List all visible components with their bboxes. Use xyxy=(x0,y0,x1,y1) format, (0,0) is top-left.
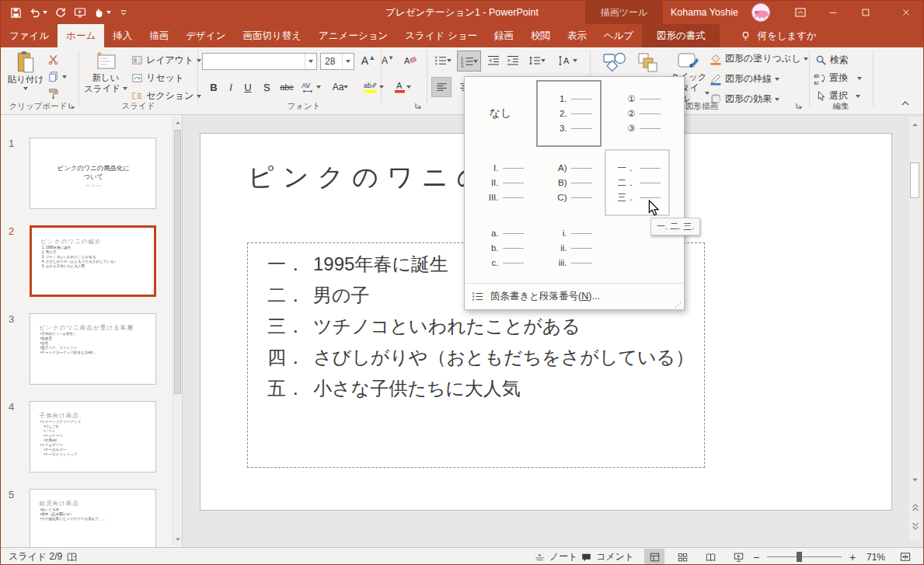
customize-qat-button[interactable] xyxy=(118,7,129,18)
increase-font-size-button[interactable]: A▲ xyxy=(359,51,378,70)
layout-button[interactable]: レイアウト xyxy=(131,54,201,67)
decrease-indent-button[interactable] xyxy=(485,51,502,70)
zoom-level[interactable]: 71% xyxy=(866,548,885,565)
thumbnail-scrollbar[interactable] xyxy=(173,117,182,545)
touch-mode-button[interactable] xyxy=(93,7,111,19)
spell-check-button[interactable] xyxy=(66,548,78,565)
character-spacing-button[interactable]: AV xyxy=(301,78,321,96)
format-painter-button[interactable] xyxy=(47,88,59,99)
bullets-and-numbering-menu-item[interactable]: 箇条書きと段落番号(N)... ⋰ xyxy=(465,283,684,309)
tab-ヘルプ[interactable]: ヘルプ xyxy=(595,24,642,47)
tab-アニメーション[interactable]: アニメーション xyxy=(310,24,396,47)
cut-button[interactable] xyxy=(47,54,59,65)
ribbon-display-options-button[interactable] xyxy=(784,1,817,24)
numbering-option-A)[interactable]: A)B)C) xyxy=(536,149,601,216)
menu-resize-grip[interactable]: ⋰ xyxy=(675,301,682,309)
thumbnail-scrollbar-thumb[interactable] xyxy=(174,130,181,394)
numbering-option-none[interactable]: なし xyxy=(468,80,533,147)
start-slideshow-button[interactable] xyxy=(74,6,86,19)
close-button[interactable] xyxy=(887,1,924,24)
line-sp acing-button[interactable] xyxy=(525,51,549,70)
redo-button[interactable] xyxy=(54,6,67,19)
tab-挿入[interactable]: 挿入 xyxy=(104,24,141,47)
slideshow-view-button[interactable] xyxy=(728,549,748,565)
change-case-button[interactable]: Aa xyxy=(329,78,352,96)
underline-button[interactable]: U xyxy=(240,78,256,96)
tab-ホーム[interactable]: ホーム xyxy=(58,24,104,47)
normal-view-button[interactable] xyxy=(644,549,664,565)
font-color-button[interactable]: A xyxy=(391,78,414,96)
bullets-button[interactable] xyxy=(431,51,455,70)
tab-デザイン[interactable]: デザイン xyxy=(177,24,234,47)
zoom-slider-thumb[interactable] xyxy=(797,552,802,562)
avatar[interactable] xyxy=(751,3,770,22)
new-slide-button[interactable]: 新しい スライド xyxy=(83,51,128,94)
shape-effects-button[interactable]: 図形の効果 xyxy=(710,92,779,106)
slide-thumbnail-3[interactable]: ピンクのワニ商品が受ける客層•子供向け（～小学生）•乳幼児•女性•親子ペア、ファ… xyxy=(30,313,156,385)
numbering-option-a.[interactable]: a.b.c. xyxy=(468,218,533,277)
clipboard-dialog-launcher[interactable] xyxy=(68,102,77,111)
numbering-option-①[interactable]: ①②③ xyxy=(605,80,670,147)
slide-list-item[interactable]: 三．ツチノコといわれたことがある xyxy=(267,311,704,342)
replace-button[interactable]: abac置換 xyxy=(814,71,862,85)
slide-thumbnail-2[interactable]: ピンクのワニの紹介1. 1995年春に誕生2. 男の子3. ツチノコといわれたこ… xyxy=(30,225,156,297)
copy-button[interactable] xyxy=(47,71,67,82)
scroll-up-button[interactable] xyxy=(908,118,922,131)
comments-button[interactable]: コメント xyxy=(581,548,634,565)
scroll-down-button[interactable] xyxy=(908,473,922,486)
slide-counter[interactable]: スライド 2/9 xyxy=(9,548,62,565)
chevron-down-icon[interactable] xyxy=(342,54,354,69)
font-size-combobox[interactable]: 28 xyxy=(320,53,354,70)
reset-button[interactable]: リセット xyxy=(131,71,184,85)
text-shadow-button[interactable]: S xyxy=(259,78,274,96)
tab-描画[interactable]: 描画 xyxy=(141,24,177,47)
text-direction-button[interactable]: A xyxy=(553,51,582,70)
tab-図形の書式[interactable]: 図形の書式 xyxy=(642,24,720,47)
previous-slide-button[interactable] xyxy=(908,501,922,514)
undo-button[interactable] xyxy=(29,6,47,19)
slide-thumbnail-1[interactable]: ピンクのワニの商品化についてわにちゃん xyxy=(30,138,156,209)
editor-scrollbar[interactable] xyxy=(908,117,921,541)
editor-scrollbar-thumb[interactable] xyxy=(910,162,919,198)
collapse-ribbon-button[interactable] xyxy=(899,99,912,108)
slide-list-item[interactable]: 五．小さな子供たちに大人気 xyxy=(267,373,704,404)
numbering-option-i.[interactable]: i.ii.iii. xyxy=(536,218,601,277)
zoom-slider-track[interactable] xyxy=(767,556,842,557)
numbering-option-I.[interactable]: I.II.III. xyxy=(468,149,533,216)
font-dialog-launcher[interactable] xyxy=(414,102,424,111)
shapes-button[interactable] xyxy=(599,50,632,76)
arrange-button[interactable] xyxy=(633,50,663,76)
slide-sorter-view-button[interactable] xyxy=(672,549,692,565)
tab-画面切り替え[interactable]: 画面切り替え xyxy=(234,24,310,47)
chevron-down-icon[interactable] xyxy=(305,54,316,69)
decrease-font-size-button[interactable]: A▼ xyxy=(379,51,396,70)
find-button[interactable]: 検索 xyxy=(815,54,849,67)
notes-button[interactable]: ノート xyxy=(534,548,578,565)
zoom-in-button[interactable]: + xyxy=(849,548,856,565)
slide-list-item[interactable]: 四．さびしがりや（おともだちをさがしている） xyxy=(267,342,704,373)
save-button[interactable] xyxy=(10,7,22,19)
shape-outline-button[interactable]: 図形の枠線 xyxy=(710,72,779,85)
slide-thumbnail-4[interactable]: 子供向け商品•ステーショナリーグッズ •けしごむ •ノート •ペンケース •文具… xyxy=(30,401,156,473)
tab-スライド ショー[interactable]: スライド ショー xyxy=(396,24,486,47)
increase-indent-button[interactable] xyxy=(504,51,521,70)
tab-録画[interactable]: 録画 xyxy=(486,24,522,47)
drawing-dialog-launcher[interactable] xyxy=(795,102,804,111)
paste-button[interactable]: 貼り付け xyxy=(5,51,46,92)
reading-view-button[interactable] xyxy=(700,549,720,565)
italic-button[interactable]: I xyxy=(224,78,238,96)
tab-表示[interactable]: 表示 xyxy=(559,24,595,47)
tab-ファイル[interactable]: ファイル xyxy=(1,24,58,47)
clear-formatting-button[interactable]: A xyxy=(400,51,420,70)
tell-me-box[interactable]: 何をしますか xyxy=(740,24,816,47)
zoom-out-button[interactable]: − xyxy=(753,548,759,565)
minimize-button[interactable] xyxy=(817,1,849,24)
slide-thumbnail-5[interactable]: 幼児向け商品•ぬいぐるみ•絵本（読み聞かせ）•その他玩具にピンクのワニを添えて。… xyxy=(30,489,156,547)
text-highlight-button[interactable]: ab xyxy=(361,78,386,96)
account-user-name[interactable]: Kohama Yoshie xyxy=(671,1,738,24)
maximize-button[interactable] xyxy=(849,1,882,24)
strikethrough-button[interactable]: abc xyxy=(276,78,298,96)
shape-fill-button[interactable]: 図形の塗りつぶし xyxy=(710,52,808,65)
numbering-option-1.[interactable]: 1.2.3. xyxy=(536,80,601,147)
fit-to-window-button[interactable] xyxy=(899,548,912,565)
